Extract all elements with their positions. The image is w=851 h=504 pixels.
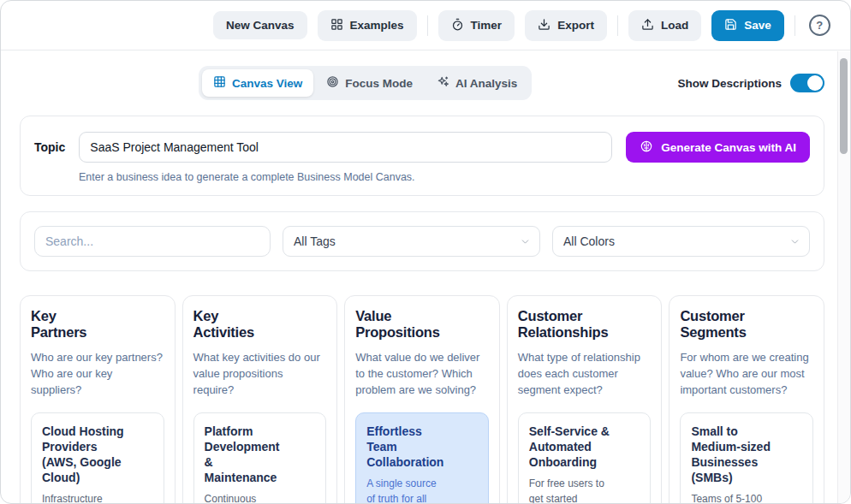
topic-row: Topic Generate Canvas with AI (34, 132, 810, 163)
canvas-card[interactable]: Self-Service & Automated Onboarding For … (518, 412, 652, 504)
load-button[interactable]: Load (628, 10, 701, 41)
tab-canvas-view[interactable]: Canvas View (202, 69, 313, 97)
timer-button[interactable]: Timer (438, 10, 515, 41)
save-icon (724, 18, 737, 33)
toolbar-divider (794, 15, 795, 36)
toolbar-divider (617, 15, 618, 36)
canvas-card-highlighted[interactable]: Effortless Team Collaboration A single s… (355, 412, 489, 504)
new-canvas-button[interactable]: New Canvas (213, 11, 307, 39)
save-label: Save (744, 19, 771, 32)
card-title: Small to Medium-sized Businesses (SMBs) (691, 424, 802, 486)
chevron-down-icon (789, 236, 800, 247)
column-description: What type of relationship does each cust… (518, 349, 652, 399)
app-window: New Canvas Examples Timer Export Load Sa… (0, 0, 851, 504)
toolbar-divider (427, 15, 428, 36)
toolbar: New Canvas Examples Timer Export Load Sa… (1, 1, 850, 50)
canvas-grid: Key Partners Who are our key partners? W… (20, 295, 824, 504)
export-button[interactable]: Export (525, 10, 607, 41)
timer-label: Timer (471, 19, 503, 32)
export-label: Export (557, 19, 594, 32)
vertical-scrollbar (837, 51, 850, 503)
examples-button[interactable]: Examples (318, 10, 417, 41)
topic-panel: Topic Generate Canvas with AI Enter a bu… (20, 116, 824, 196)
column-customer-relationships: Customer Relationships What type of rela… (507, 295, 663, 504)
card-body: A single source of truth for all project… (366, 477, 478, 504)
show-descriptions-control: Show Descriptions (677, 74, 824, 92)
new-canvas-label: New Canvas (226, 19, 295, 32)
colors-filter-select[interactable]: All Colors (552, 226, 810, 257)
sparkles-icon (437, 75, 449, 91)
column-description: Who are our key partners? Who are our ke… (31, 349, 164, 399)
column-key-activities: Key Activities What key activities do ou… (182, 295, 338, 504)
topic-helper-text: Enter a business idea to generate a comp… (79, 171, 810, 183)
card-body: For free users to get started quickly wi… (529, 477, 640, 504)
column-title: Key Partners (31, 308, 164, 341)
card-title: Self-Service & Automated Onboarding (529, 424, 640, 471)
tab-focus-mode-label: Focus Mode (345, 77, 413, 90)
examples-label: Examples (350, 19, 404, 32)
view-tab-group: Canvas View Focus Mode AI Analysis (199, 66, 532, 100)
column-key-partners: Key Partners Who are our key partners? W… (20, 295, 176, 504)
column-title: Customer Relationships (518, 308, 652, 341)
grid-icon (213, 75, 226, 91)
target-icon (326, 75, 339, 91)
canvas-card[interactable]: Platform Development & Maintenance Conti… (193, 412, 327, 504)
canvas-card[interactable]: Small to Medium-sized Businesses (SMBs) … (680, 412, 813, 504)
filter-panel: All Tags All Colors (20, 211, 824, 271)
brain-icon (640, 139, 653, 156)
card-body: Infrastructure for hosting the applicati… (42, 492, 153, 504)
column-title: Key Activities (193, 308, 327, 341)
column-title: Value Propositions (355, 308, 489, 341)
layout-grid-icon (330, 18, 343, 33)
colors-filter-value: All Colors (563, 234, 615, 248)
topic-input[interactable] (79, 132, 612, 163)
card-title: Effortless Team Collaboration (366, 424, 478, 471)
tab-ai-analysis-label: AI Analysis (455, 77, 517, 90)
help-icon[interactable]: ? (809, 15, 830, 36)
view-tabs-row: Canvas View Focus Mode AI Analysis Show … (20, 66, 824, 100)
show-descriptions-toggle[interactable] (790, 74, 824, 92)
upload-icon (641, 18, 654, 33)
column-customer-segments: Customer Segments For whom are we creati… (669, 295, 824, 504)
column-description: For whom are we creating value? Who are … (680, 349, 813, 399)
column-value-propositions: Value Propositions What value do we deli… (344, 295, 500, 504)
chevron-down-icon (520, 236, 531, 247)
generate-canvas-label: Generate Canvas with AI (661, 141, 796, 154)
toggle-knob (807, 75, 823, 91)
download-icon (538, 18, 550, 33)
tab-focus-mode[interactable]: Focus Mode (315, 69, 424, 97)
column-title: Customer Segments (680, 308, 813, 341)
save-button[interactable]: Save (711, 10, 784, 41)
tab-canvas-view-label: Canvas View (232, 77, 302, 90)
search-input[interactable] (34, 226, 271, 257)
help-glyph: ? (816, 19, 823, 32)
card-title: Platform Development & Maintenance (205, 424, 316, 486)
card-body: Continuous improvement of features, (205, 492, 316, 504)
tags-filter-value: All Tags (294, 234, 336, 248)
tags-filter-select[interactable]: All Tags (283, 226, 540, 257)
load-label: Load (661, 19, 688, 32)
topic-label: Topic (34, 140, 65, 154)
column-description: What key activities do our value proposi… (193, 349, 327, 399)
generate-canvas-button[interactable]: Generate Canvas with AI (626, 132, 810, 163)
column-description: What value do we deliver to the customer… (355, 349, 489, 399)
timer-icon (451, 18, 464, 33)
scrollbar-thumb[interactable] (840, 58, 848, 154)
tab-ai-analysis[interactable]: AI Analysis (426, 69, 528, 97)
card-body: Teams of 5-100 people needing (691, 492, 802, 504)
canvas-card[interactable]: Cloud Hosting Providers (AWS, Google Clo… (31, 412, 164, 504)
card-title: Cloud Hosting Providers (AWS, Google Clo… (42, 424, 153, 486)
show-descriptions-label: Show Descriptions (677, 77, 782, 90)
